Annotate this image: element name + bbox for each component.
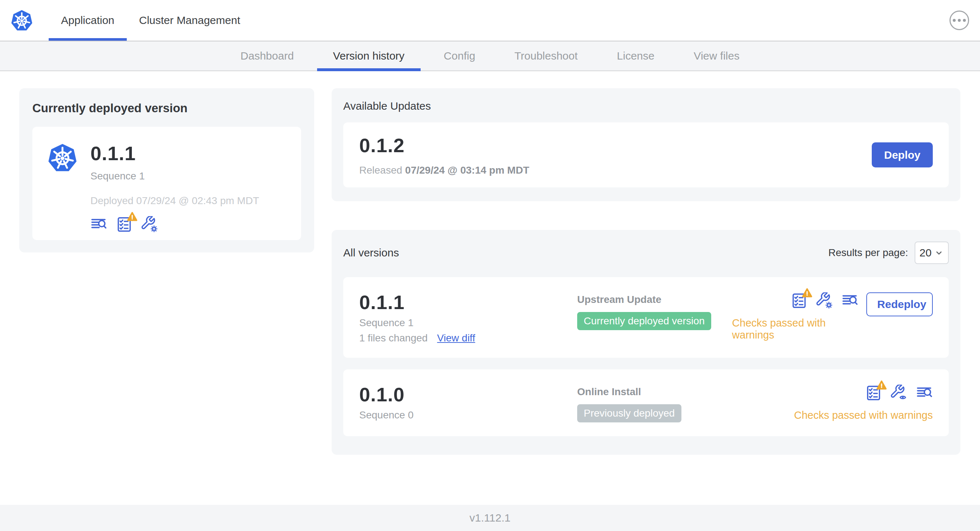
results-per-page-select[interactable]: 20	[915, 242, 949, 264]
tab-version-history-label: Version history	[333, 50, 405, 62]
source-label: Online Install	[577, 386, 732, 398]
preflight-checks-warning-icon[interactable]	[791, 293, 807, 309]
results-per-page-label: Results per page:	[829, 247, 908, 259]
all-versions-title: All versions	[343, 246, 399, 259]
preflight-checks-warning-icon[interactable]	[865, 385, 882, 401]
view-config-icon[interactable]	[891, 385, 907, 401]
tab-version-history[interactable]: Version history	[317, 41, 421, 70]
preflight-checks-warning-icon[interactable]	[116, 216, 132, 233]
checks-stack: Checks passed with warnings	[794, 385, 933, 421]
checks-status-text[interactable]: Checks passed with warnings	[794, 409, 933, 421]
row-sequence: Sequence 1	[359, 317, 577, 329]
currently-deployed-title: Currently deployed version	[32, 101, 301, 115]
deployed-timestamp: Deployed 07/29/24 @ 02:43 pm MDT	[91, 195, 259, 207]
update-version-number: 0.1.2	[359, 134, 529, 157]
version-actions: Checks passed with warnings	[732, 383, 933, 421]
source-label: Upstream Update	[577, 294, 732, 305]
row-action-icons	[791, 293, 858, 309]
deploy-logs-icon[interactable]	[916, 385, 933, 401]
row-version-number: 0.1.0	[359, 383, 577, 406]
update-row: 0.1.2 Released07/29/24 @ 03:14 pm MDT De…	[343, 122, 949, 188]
tab-troubleshoot-label: Troubleshoot	[514, 50, 578, 62]
version-row-1: 0.1.0 Sequence 0 Online Install Previous…	[343, 369, 949, 436]
edit-config-icon[interactable]	[141, 216, 158, 233]
version-rows: 0.1.1 Sequence 1 1 files changed View di…	[343, 277, 949, 436]
row-action-icons	[865, 385, 933, 401]
tab-application-label: Application	[61, 14, 115, 27]
tab-config-label: Config	[444, 50, 476, 62]
edit-config-icon[interactable]	[816, 293, 833, 309]
status-badge: Previously deployed	[577, 404, 681, 422]
ellipsis-menu-icon[interactable]	[950, 11, 969, 30]
kubernetes-logo-icon	[10, 9, 33, 32]
available-updates-card: Available Updates 0.1.2 Released07/29/24…	[332, 88, 960, 201]
all-versions-header: All versions Results per page: 20	[343, 242, 949, 264]
version-source: Upstream Update Currently deployed versi…	[577, 291, 732, 330]
released-prefix: Released	[359, 165, 402, 176]
tab-license-label: License	[617, 50, 654, 62]
all-versions-card: All versions Results per page: 20 0.1.1 …	[332, 230, 960, 455]
redeploy-button[interactable]: Redeploy	[866, 293, 933, 316]
version-row-0: 0.1.1 Sequence 1 1 files changed View di…	[343, 277, 949, 358]
tab-view-files-label: View files	[694, 50, 740, 62]
update-released-line: Released07/29/24 @ 03:14 pm MDT	[359, 165, 529, 176]
results-per-page-value: 20	[920, 246, 931, 259]
version-source: Online Install Previously deployed	[577, 383, 732, 422]
app-sub-nav: Dashboard Version history Config Trouble…	[0, 41, 980, 71]
footer: v1.112.1	[0, 505, 980, 531]
tab-application[interactable]: Application	[49, 0, 127, 41]
admin-console-page: Application Cluster Management Dashboard…	[0, 0, 980, 531]
deploy-logs-icon[interactable]	[842, 293, 858, 309]
row-sequence: Sequence 0	[359, 409, 577, 421]
warning-triangle-icon	[127, 211, 138, 222]
checks-status-text[interactable]: Checks passed with warnings	[732, 317, 858, 341]
row-version-number: 0.1.1	[359, 291, 577, 313]
tab-view-files[interactable]: View files	[678, 41, 756, 70]
currently-deployed-version-card: 0.1.1 Sequence 1 Deployed 07/29/24 @ 02:…	[32, 127, 301, 240]
deployed-sequence: Sequence 1	[91, 170, 259, 182]
files-changed-count: 1 files changed	[359, 332, 428, 344]
tab-cluster-management-label: Cluster Management	[139, 14, 240, 27]
tab-dashboard[interactable]: Dashboard	[224, 41, 310, 70]
tab-license[interactable]: License	[601, 41, 670, 70]
checks-stack: Checks passed with warnings	[732, 293, 858, 341]
status-badge: Currently deployed version	[577, 312, 711, 330]
console-version: v1.112.1	[470, 512, 511, 524]
deployed-actions	[91, 216, 259, 233]
released-timestamp: 07/29/24 @ 03:14 pm MDT	[405, 165, 529, 176]
deploy-logs-icon[interactable]	[91, 216, 107, 233]
version-actions: Checks passed with warnings Redeploy	[732, 291, 933, 341]
warning-triangle-icon	[876, 380, 887, 391]
chevron-down-icon	[934, 248, 944, 258]
tab-dashboard-label: Dashboard	[240, 50, 294, 62]
deploy-button[interactable]: Deploy	[872, 142, 933, 167]
top-nav: Application Cluster Management	[0, 0, 980, 41]
tab-troubleshoot[interactable]: Troubleshoot	[498, 41, 593, 70]
files-changed-line: 1 files changed View diff	[359, 332, 577, 344]
kubernetes-app-icon	[47, 142, 78, 173]
available-updates-title: Available Updates	[343, 100, 949, 112]
deployed-version-number: 0.1.1	[91, 142, 259, 165]
currently-deployed-card: Currently deployed version 0.1.1 Sequenc…	[19, 88, 314, 253]
version-info: 0.1.0 Sequence 0	[359, 383, 577, 421]
tab-config[interactable]: Config	[428, 41, 492, 70]
tab-cluster-management[interactable]: Cluster Management	[127, 0, 253, 41]
warning-triangle-icon	[802, 288, 813, 299]
results-per-page: Results per page: 20	[829, 242, 949, 264]
view-diff-link[interactable]: View diff	[437, 332, 475, 344]
version-info: 0.1.1 Sequence 1 1 files changed View di…	[359, 291, 577, 344]
